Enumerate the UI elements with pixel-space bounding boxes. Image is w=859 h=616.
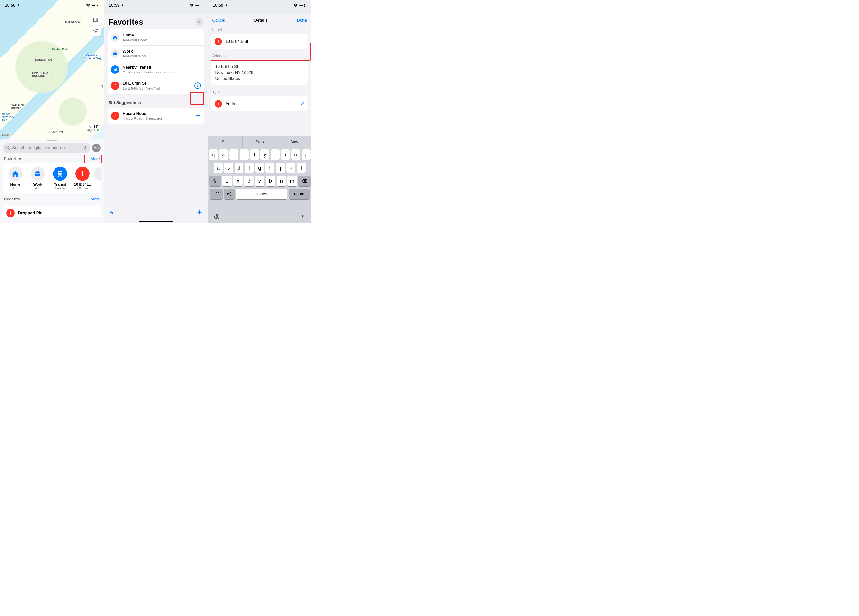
suggestion[interactable]: Stay <box>277 136 311 148</box>
favorite-work[interactable]: Work Add <box>27 167 48 190</box>
svg-rect-18 <box>201 5 201 6</box>
key-i[interactable]: i <box>281 150 290 160</box>
key-g[interactable]: g <box>255 162 264 173</box>
screen-maps-home: THE BRONX Central Park LaGuardia Airport… <box>0 0 104 223</box>
map-label-liberty: STATUE OF LIBERTY <box>10 104 25 109</box>
aqi-dot-icon <box>97 129 98 131</box>
keyboard-footer <box>208 211 311 223</box>
favorites-modal: Favorites HomeAdd your Home WorkAdd your… <box>104 14 208 223</box>
key-b[interactable]: b <box>266 176 275 186</box>
key-k[interactable]: k <box>286 162 295 173</box>
siri-row[interactable]: Haixiu RoadHaixiu Road · Shenzhen <box>108 108 205 124</box>
cancel-button[interactable]: Cancel <box>212 18 225 23</box>
bottom-sheet[interactable]: Search for a place or address MG Favorit… <box>0 139 104 223</box>
svg-rect-2 <box>97 5 98 6</box>
status-bar: 10:59 <box>104 0 208 11</box>
key-space[interactable]: space <box>236 189 287 200</box>
favorites-more-link[interactable]: More <box>91 156 100 161</box>
nav-bar: Cancel Details Done <box>208 14 311 23</box>
keyboard-suggestions: Still Stop Stay <box>208 136 311 148</box>
status-time: 10:59 <box>213 3 228 8</box>
key-h[interactable]: h <box>266 162 275 173</box>
address-card[interactable]: 10 E 84th St New York, NY 10028 United S… <box>211 60 308 85</box>
recent-item[interactable]: Dropped Pin <box>3 206 101 217</box>
key-z[interactable]: z <box>222 176 232 186</box>
key-return[interactable]: return <box>289 189 309 200</box>
keyboard: Still Stop Stay q w e r t y u i o p a s … <box>208 136 311 223</box>
weather-badge[interactable]: 33° AQI 32 <box>85 123 101 133</box>
key-numbers[interactable]: 123 <box>210 189 223 200</box>
suggestion[interactable]: Still <box>208 136 242 148</box>
key-w[interactable]: w <box>219 150 228 160</box>
transit-icon <box>111 65 119 74</box>
close-button[interactable] <box>195 18 203 26</box>
map-controls <box>90 15 101 36</box>
key-emoji[interactable] <box>224 189 234 200</box>
svg-point-22 <box>114 70 115 70</box>
svg-rect-39 <box>303 215 304 217</box>
map-mode-button[interactable] <box>90 15 101 25</box>
globe-button[interactable] <box>214 214 220 221</box>
dictate-button[interactable] <box>301 214 306 221</box>
pin-icon <box>6 209 15 217</box>
key-c[interactable]: c <box>244 176 253 186</box>
key-x[interactable]: x <box>233 176 243 186</box>
favorite-home[interactable]: Home Add <box>5 167 26 190</box>
search-input[interactable]: Search for a place or address <box>3 143 90 153</box>
key-e[interactable]: e <box>230 150 238 160</box>
key-a[interactable]: a <box>214 162 223 173</box>
edit-button[interactable]: Edit <box>109 211 117 215</box>
favorite-more[interactable] <box>94 167 101 190</box>
add-favorite-button[interactable] <box>197 210 202 216</box>
key-l[interactable]: l <box>297 162 306 173</box>
profile-avatar[interactable]: MG <box>92 144 100 152</box>
info-button[interactable]: i <box>194 83 201 89</box>
map-label-empire: EMPIRE STATE BUILDING <box>32 72 52 77</box>
key-v[interactable]: v <box>255 176 264 186</box>
type-row[interactable]: Address ✓ <box>211 96 308 111</box>
favorites-scroll[interactable]: Home Add Work Add Transit Nearby 10 E 84… <box>3 163 101 193</box>
wifi-icon <box>86 4 90 7</box>
grabber-handle[interactable] <box>47 140 57 141</box>
key-shift[interactable] <box>209 176 221 186</box>
row-home[interactable]: HomeAdd your Home <box>108 30 205 45</box>
key-s[interactable]: s <box>224 162 233 173</box>
locate-me-button[interactable] <box>90 25 101 36</box>
svg-rect-30 <box>305 5 305 6</box>
status-icons <box>190 4 202 7</box>
plus-icon <box>197 210 202 215</box>
label-field[interactable]: 10 E 84th St <box>211 34 308 49</box>
search-placeholder: Search for a place or address <box>12 145 81 150</box>
location-arrow-icon <box>120 4 124 7</box>
row-work[interactable]: WorkAdd your Work <box>108 45 205 62</box>
svg-point-11 <box>61 174 62 175</box>
row-transit[interactable]: Nearby TransitOptions for all nearby dep… <box>108 62 205 78</box>
key-d[interactable]: d <box>234 162 244 173</box>
key-f[interactable]: f <box>245 162 254 173</box>
key-j[interactable]: j <box>276 162 285 173</box>
home-icon <box>111 33 119 42</box>
key-u[interactable]: u <box>271 150 280 160</box>
add-button[interactable] <box>195 113 201 119</box>
key-n[interactable]: n <box>277 176 286 186</box>
svg-point-35 <box>227 192 231 196</box>
suggestion[interactable]: Stop <box>242 136 277 148</box>
favorites-list: HomeAdd your Home WorkAdd your Work Near… <box>108 30 205 94</box>
key-p[interactable]: p <box>302 150 311 160</box>
map-label-laguardia: LaGuardia Airport (LGA) <box>84 54 101 60</box>
battery-icon <box>92 4 98 7</box>
key-m[interactable]: m <box>287 176 297 186</box>
key-o[interactable]: o <box>291 150 300 160</box>
row-address[interactable]: 10 E 84th St10 E 84th St · New York i <box>108 78 205 94</box>
key-q[interactable]: q <box>209 150 217 160</box>
mic-icon[interactable] <box>83 145 87 150</box>
recents-more-link[interactable]: More <box>91 197 100 202</box>
home-indicator[interactable] <box>139 221 173 222</box>
favorite-address[interactable]: 10 E 84t... 1,045 mi <box>72 167 94 190</box>
key-backspace[interactable] <box>298 176 311 186</box>
key-r[interactable]: r <box>240 150 248 160</box>
favorite-transit[interactable]: Transit Nearby <box>49 167 71 190</box>
done-button[interactable]: Done <box>297 18 307 23</box>
key-t[interactable]: t <box>250 150 259 160</box>
key-y[interactable]: y <box>260 150 269 160</box>
